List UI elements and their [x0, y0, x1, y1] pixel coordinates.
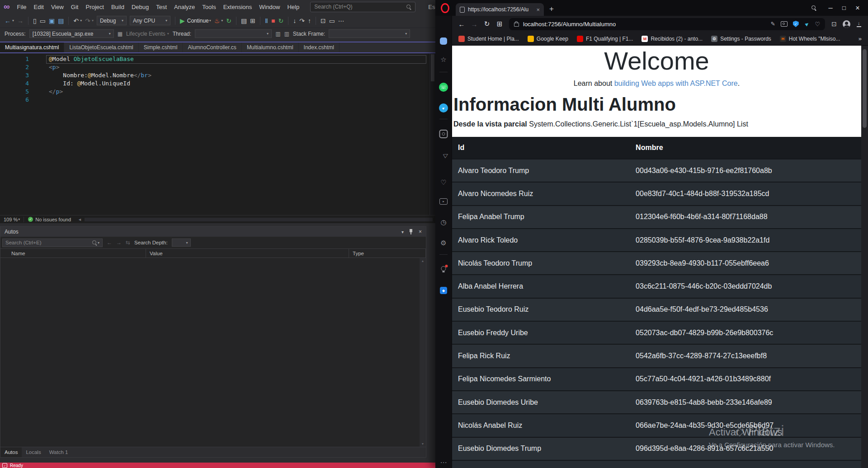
menu-extensions[interactable]: Extensions: [220, 2, 256, 12]
search-depth-dropdown[interactable]: ▾: [172, 239, 191, 247]
scroll-left-arrow-icon[interactable]: ◄: [78, 217, 82, 222]
profile-avatar[interactable]: [843, 20, 850, 28]
forward-icon[interactable]: →: [468, 20, 480, 28]
break-all-icon[interactable]: Ⅱ: [265, 18, 268, 24]
save-icon[interactable]: ▣: [49, 18, 55, 24]
menu-tools[interactable]: Tools: [198, 2, 219, 12]
step-into-icon[interactable]: ↓: [293, 18, 296, 24]
restart-debugging-icon[interactable]: ↻: [278, 18, 283, 24]
snapshot-camera-icon[interactable]: [781, 21, 788, 27]
dropdown-caret-icon[interactable]: ▾: [80, 19, 82, 23]
document-health-indicator[interactable]: ✓ No issues found: [24, 217, 75, 222]
menu-window[interactable]: Window: [255, 2, 283, 12]
edit-pencil-icon[interactable]: ✎: [771, 21, 775, 27]
stop-debugging-icon[interactable]: ■: [271, 18, 275, 24]
tool-window-tab[interactable]: Locals: [22, 447, 45, 457]
solution-configuration-dropdown[interactable]: Debug▾: [97, 16, 127, 25]
process-dropdown[interactable]: [10328] Escuela_asp.exe▾: [29, 29, 114, 38]
minimize-button[interactable]: ─: [824, 0, 837, 16]
new-tab-button[interactable]: +: [549, 5, 554, 14]
doc-tab[interactable]: Multialumno.cshtml: [242, 42, 299, 52]
close-icon[interactable]: ×: [419, 229, 422, 235]
vs-code-editor[interactable]: 1@Model ObjetoEscuelaBase2<p>3 Nombre:@M…: [0, 53, 435, 215]
redo-icon[interactable]: ↷: [85, 18, 90, 24]
refresh-icon[interactable]: ↻: [481, 20, 493, 28]
tool-window-tab[interactable]: Watch 1: [45, 447, 72, 457]
bookmark-item[interactable]: HHot Wheels "Mlsiso...: [780, 36, 840, 42]
column-header-type[interactable]: Type: [349, 249, 426, 257]
doc-tab[interactable]: Index.cshtml: [299, 42, 340, 52]
navigate-forward-icon[interactable]: →: [17, 18, 24, 24]
favorites-heart-icon[interactable]: ♡: [440, 178, 446, 187]
search-previous-icon[interactable]: ←: [107, 239, 112, 246]
scroll-up-arrow-icon[interactable]: ▲: [421, 259, 425, 262]
pinned-app-icon[interactable]: ◆: [440, 287, 447, 294]
open-file-icon[interactable]: ▭: [40, 18, 46, 24]
hot-reload-icon[interactable]: ♨: [214, 18, 220, 24]
find-in-files-icon[interactable]: ⊡: [321, 18, 326, 24]
step-out-icon[interactable]: ↑: [308, 18, 311, 24]
frames-view-icon[interactable]: ▥: [284, 31, 289, 37]
close-button[interactable]: ×: [851, 0, 864, 16]
scroll-down-arrow-icon[interactable]: ▼: [421, 442, 425, 445]
autos-content-area[interactable]: ▲ ▼: [0, 258, 426, 447]
opera-menu-icon[interactable]: [441, 3, 449, 13]
search-toggle-icon[interactable]: ⇆: [126, 239, 130, 246]
process-monitor-icon[interactable]: ▦: [118, 31, 123, 37]
dropdown-caret-icon[interactable]: ▾: [12, 19, 14, 23]
menu-edit[interactable]: Edit: [30, 2, 47, 12]
restart-app-icon[interactable]: ↻: [226, 18, 231, 24]
extensions-icon[interactable]: ⊡: [831, 20, 837, 28]
stack-frame-dropdown[interactable]: ▾: [329, 29, 410, 38]
history-clock-icon[interactable]: ◷: [440, 218, 446, 226]
tab-close-icon[interactable]: ×: [536, 6, 540, 13]
all-windows-icon[interactable]: ⊞: [250, 18, 255, 24]
dropdown-caret-icon[interactable]: ▾: [92, 19, 94, 23]
undo-icon[interactable]: ↶: [73, 18, 79, 24]
editor-zoom-control[interactable]: 109 % ▾: [0, 217, 24, 222]
editor-vertical-scrollbar[interactable]: [429, 53, 435, 215]
save-all-icon[interactable]: ▤: [58, 18, 64, 24]
menu-git[interactable]: Git: [67, 2, 82, 12]
bookmark-item[interactable]: Student Home | Pla...: [458, 36, 519, 42]
bookmark-item[interactable]: MRecibidos (2) - anto...: [642, 36, 703, 42]
menu-file[interactable]: File: [14, 2, 30, 12]
menu-build[interactable]: Build: [108, 2, 128, 12]
bookmarks-star-icon[interactable]: ☆: [440, 56, 446, 64]
doc-tab[interactable]: Multiasignatura.cshtml: [0, 42, 64, 52]
autos-vertical-scrollbar[interactable]: ▲ ▼: [420, 258, 426, 447]
bookmark-item[interactable]: ⚙Settings - Passwords: [711, 36, 771, 42]
autos-search-input[interactable]: Search (Ctrl+E) ▾: [2, 239, 103, 247]
adblock-shield-icon[interactable]: ✓: [793, 21, 799, 27]
window-position-caret-icon[interactable]: ▾: [401, 229, 404, 234]
aspnet-core-link[interactable]: building Web apps with ASP.NET Core: [614, 80, 738, 87]
doc-tab[interactable]: Simple.cshtml: [139, 42, 183, 52]
browser-tab[interactable]: https://localhost:7256/Alu ×: [456, 3, 544, 16]
lifecycle-events-button[interactable]: Lifecycle Events: [126, 31, 165, 37]
menu-view[interactable]: View: [47, 2, 67, 12]
column-header-name[interactable]: Name: [0, 249, 146, 257]
menu-project[interactable]: Project: [82, 2, 107, 12]
scrollbar-thumb[interactable]: [863, 49, 867, 128]
downloads-icon[interactable]: [856, 21, 862, 27]
telegram-icon[interactable]: ►: [439, 103, 448, 112]
dropdown-caret-icon[interactable]: ▾: [221, 19, 223, 23]
sidebar-more-icon[interactable]: ⋯: [440, 459, 447, 467]
doc-tab[interactable]: ListaObjetoEscuela.cshtml: [64, 42, 138, 52]
vs-search-box[interactable]: Search (Ctrl+Q): [310, 2, 415, 12]
speed-dial-grid-icon[interactable]: ⊞: [494, 20, 505, 28]
my-flow-plane-icon[interactable]: ►: [803, 20, 811, 28]
easy-setup-bulb-icon[interactable]: [441, 266, 447, 273]
step-over-icon[interactable]: ↷: [299, 18, 305, 24]
settings-gear-icon[interactable]: ⚙: [440, 239, 446, 247]
bookmark-item[interactable]: F1 Qualifying | F1...: [577, 36, 633, 42]
menu-analyze[interactable]: Analyze: [170, 2, 198, 12]
workspace-icon[interactable]: [440, 37, 447, 45]
menu-test[interactable]: Test: [152, 2, 170, 12]
instagram-icon[interactable]: [439, 130, 448, 138]
bookmarks-overflow-chevron[interactable]: »: [859, 35, 862, 42]
navigate-backward-icon[interactable]: ←: [5, 18, 11, 24]
search-next-icon[interactable]: →: [116, 239, 122, 246]
new-file-icon[interactable]: ▯: [33, 18, 37, 24]
page-scrollbar[interactable]: [861, 46, 868, 468]
